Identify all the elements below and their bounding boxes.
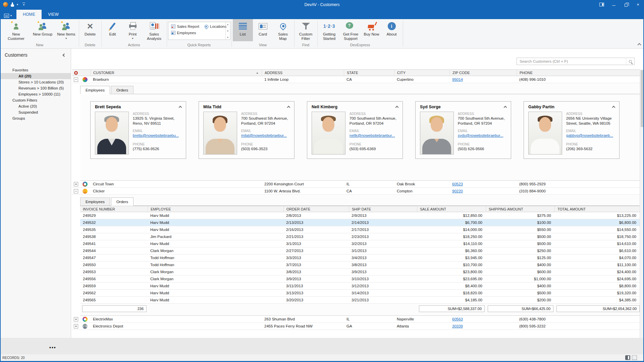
customer-row-clicker[interactable]: − Clicker 1100 W. Artesia Blvd. CA Compt… [72, 188, 640, 195]
employee-email-link[interactable]: nellk@nowebsitebraebur... [350, 133, 395, 138]
edit-button[interactable]: Edit [103, 19, 123, 41]
zip-link[interactable]: 60523 [452, 182, 463, 186]
getting-started-button[interactable]: 1·2·3 Getting Started [319, 19, 340, 41]
expand-row-icon[interactable]: + [74, 317, 78, 321]
sales-map-button[interactable]: Sales Map [273, 19, 293, 41]
sidebar-tree-item[interactable]: Stores > 10 Locations (20) [0, 79, 71, 85]
scrollbar-thumb[interactable] [641, 70, 643, 127]
column-header-employee[interactable]: EMPLOYEE [148, 206, 283, 212]
sidebar-tree-item[interactable]: Active (20) [0, 103, 71, 109]
tab-orders[interactable]: Orders [111, 197, 133, 206]
column-header-zip[interactable]: ZIP CODE [449, 70, 517, 76]
collapse-card-icon[interactable] [612, 106, 615, 109]
order-row[interactable]: 249541 Harv Mudd 3/1/2013 3/2/2013 $14,1… [80, 240, 640, 247]
employee-email-link[interactable]: gabbyp@nowebsitebraeb... [566, 133, 613, 138]
minimize-button[interactable] [608, 0, 620, 9]
grid-view-toggle-icon[interactable] [632, 355, 637, 360]
employee-card[interactable]: Syd Sorge ADDRESS 700 Southwest 5th Aven… [415, 101, 511, 159]
collapse-card-icon[interactable] [504, 106, 507, 109]
new-customer-button[interactable]: ✦ New Customer [2, 19, 31, 41]
order-row[interactable]: 249547 Todd Hoffman 3/3/2013 3/4/2013 $3… [80, 254, 640, 261]
search-input[interactable] [517, 58, 626, 65]
order-row[interactable]: 249544 Clark Morgan 2/27/2013 3/1/2013 $… [80, 247, 640, 254]
tab-home[interactable]: HOME [16, 10, 42, 19]
order-row[interactable]: 249553 Clark Morgan 3/8/2013 3/9/2013 $2… [80, 268, 640, 276]
expand-row-icon[interactable]: + [74, 182, 78, 186]
employee-email-link[interactable]: bretts@nowebsitebraebu... [133, 133, 179, 138]
get-free-support-button[interactable]: ? Get Free Support [340, 19, 362, 41]
order-row[interactable]: 249535 Harv Mudd 2/16/2013 2/17/2013 $14… [80, 226, 640, 233]
zip-link[interactable]: 90220 [452, 189, 463, 193]
new-items-button[interactable]: ✦ New Items ▼ [55, 19, 77, 41]
gallery-scroll-buttons[interactable]: ▲▼▼ [225, 22, 230, 40]
customer-row-electrixmax[interactable]: + ElectrixMax 263 Shuman Blvd IL Napervi… [72, 316, 640, 323]
tab-employees[interactable]: Employees [80, 197, 110, 206]
app-logo-icon[interactable] [3, 2, 8, 7]
order-row[interactable]: 249529 Harv Mudd 2/8/2013 2/9/2013 $12,8… [80, 212, 640, 219]
customer-row-electronics-depot[interactable]: + Electronics Depot 2455 Paces Ferry Roa… [72, 323, 640, 330]
sidebar-tree-item[interactable]: Favorites [0, 67, 71, 73]
collapse-card-icon[interactable] [395, 106, 399, 109]
employee-email-link[interactable]: syds@nowebsitebraebur... [458, 133, 503, 138]
column-header-state[interactable]: STATE [344, 70, 394, 76]
search-button[interactable] [626, 58, 634, 65]
new-group-button[interactable]: ✦ New Group [31, 19, 55, 41]
tab-orders[interactable]: Orders [111, 86, 133, 94]
sidebar-tree-item[interactable]: Groups [0, 115, 71, 121]
about-button[interactable]: i About [382, 19, 402, 41]
list-view-toggle-icon[interactable] [625, 355, 630, 360]
order-row[interactable]: 249562 Harv Mudd 3/13/2013 3/14/2013 $18… [80, 290, 640, 297]
order-row[interactable]: 249532 Harv Mudd 2/13/2013 2/14/2013 $6,… [80, 219, 640, 226]
sidebar-tree-item[interactable]: All (20) [0, 73, 71, 79]
card-view-button[interactable]: Card [253, 19, 273, 41]
employee-card[interactable]: Nell Kimberg ADDRESS 700 Southwest 5th A… [307, 101, 403, 159]
collapse-card-icon[interactable] [179, 106, 182, 109]
order-row[interactable]: 249556 Clark Morgan 3/9/2013 3/10/2013 $… [80, 276, 640, 283]
sales-analysis-button[interactable]: Sales Analysis [143, 19, 166, 41]
order-row[interactable]: 249559 Harv Mudd 3/11/2013 3/12/2013 $8,… [80, 283, 640, 290]
order-row[interactable]: 249565 Harv Mudd 3/20/2013 3/21/2013 $4,… [80, 297, 640, 304]
collapse-ribbon-icon[interactable] [637, 43, 641, 47]
column-header-order-date[interactable]: ORDER DATE [283, 206, 349, 212]
column-header-ship-date[interactable]: SHIP DATE [349, 206, 417, 212]
sales-report-item[interactable]: Sales Report [171, 24, 199, 28]
customize-quick-access-icon[interactable]: ▾ [22, 3, 25, 6]
column-header-invoice[interactable]: INVOICE NUMBER [80, 206, 148, 212]
list-view-button[interactable]: List [233, 19, 253, 41]
order-row[interactable]: 249538 Jim Packard 2/21/2013 2/23/2013 $… [80, 233, 640, 240]
print-button[interactable]: Print ▼ [123, 19, 143, 41]
order-row[interactable]: 249550 Todd Hoffman 3/7/2013 3/8/2013 $1… [80, 261, 640, 268]
custom-filter-button[interactable]: Custom Filter [296, 19, 316, 41]
panel-toggle-button[interactable] [596, 0, 608, 9]
collapse-row-icon[interactable]: − [74, 77, 78, 82]
column-header-total-amount[interactable]: TOTAL AMOUNT [554, 206, 640, 212]
buy-now-button[interactable]: Buy Now [362, 19, 382, 41]
sidebar-tree-item[interactable]: Employees > 10000 (11) [0, 91, 71, 97]
zip-link[interactable]: 95014 [452, 77, 463, 81]
collapse-card-icon[interactable] [287, 106, 290, 109]
touch-mode-dropdown-icon[interactable]: ▾ [17, 3, 18, 6]
customer-row-braeburn[interactable]: − Braeburn 1 Infinite Loop CA Cupertino … [72, 76, 640, 83]
expand-row-icon[interactable]: + [74, 324, 78, 328]
column-header-city[interactable]: CITY [394, 70, 449, 76]
sidebar-tree-item[interactable]: Custom Filters [0, 97, 71, 103]
column-header-sale-amount[interactable]: SALE AMOUNT [417, 206, 486, 212]
employees-item[interactable]: Employees [171, 31, 199, 35]
zip-link[interactable]: 60563 [452, 317, 463, 321]
restore-button[interactable] [620, 0, 632, 9]
column-header-customer[interactable]: CUSTOMER▲ [90, 70, 262, 76]
employee-email-link[interactable]: milat@nowebsitebraebur... [241, 133, 287, 138]
app-menu-button[interactable]: ▾ [4, 14, 12, 18]
sidebar-tree-item[interactable]: Revenues > 100 Billion (5) [0, 85, 71, 91]
employee-card[interactable]: Brett Sepeda ADDRESS 13925 S. Virginia S… [90, 101, 186, 159]
zip-link[interactable]: 30339 [452, 324, 463, 328]
employee-card[interactable]: Gabby Partin ADDRESS 2656 NE University … [524, 101, 620, 159]
close-button[interactable]: × [632, 0, 644, 9]
customer-row-circuit-town[interactable]: + Circuit Town 2200 Kensington Court IL … [72, 181, 640, 188]
column-header-address[interactable]: ADDRESS [262, 70, 344, 76]
tab-employees[interactable]: Employees [80, 86, 110, 94]
collapse-sidebar-icon[interactable] [63, 53, 66, 57]
touch-mode-icon[interactable] [10, 2, 14, 7]
column-header-shipping-amount[interactable]: SHIPPING AMOUNT [486, 206, 554, 212]
delete-button[interactable]: × Delete [80, 19, 100, 41]
